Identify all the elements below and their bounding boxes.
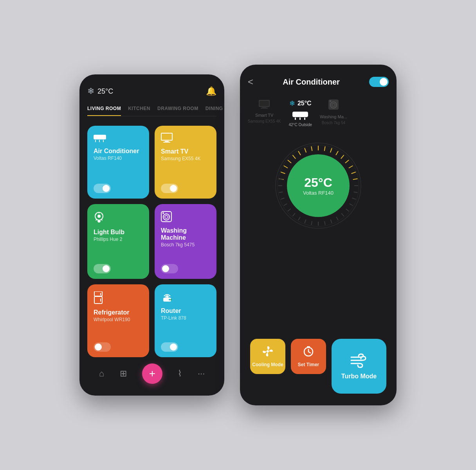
scroll-item-wash[interactable]: Washing Ma... Bosch 7kg 54 <box>320 99 347 127</box>
wash-name: Washing Machine <box>161 227 210 241</box>
header-toggle-knob <box>380 78 388 86</box>
svg-line-62 <box>350 204 353 206</box>
svg-line-44 <box>284 166 288 168</box>
fridge-toggle[interactable] <box>94 342 111 352</box>
weather-row: ❄ 25°C 🔔 <box>87 86 216 96</box>
svg-rect-0 <box>94 135 106 139</box>
svg-line-72 <box>292 213 295 216</box>
back-button[interactable]: < <box>248 76 253 87</box>
svg-line-71 <box>298 217 300 221</box>
tab-kitchen[interactable]: KITCHEN <box>128 106 150 116</box>
bulb-name: Light Bulb <box>94 229 143 236</box>
fridge-name: Refrigerator <box>94 309 143 316</box>
chart-icon[interactable]: ⌇ <box>178 369 182 379</box>
svg-line-53 <box>336 151 338 155</box>
cooling-mode-button[interactable]: Cooling Mode <box>250 339 285 374</box>
wash-toggle[interactable] <box>161 264 178 273</box>
device-card-fridge[interactable]: Refrigerator Whirlpool WR190 <box>87 284 149 357</box>
more-icon[interactable]: ··· <box>198 369 205 379</box>
ac-title: Air Conditioner <box>283 78 340 87</box>
scroll-item-ac[interactable]: ❄ 25°C 42°C Outside <box>289 99 312 127</box>
svg-rect-5 <box>162 134 172 140</box>
router-icon <box>161 291 210 305</box>
svg-rect-36 <box>304 118 305 120</box>
svg-point-19 <box>165 215 168 219</box>
ac-name: Air Conditioner <box>94 148 143 155</box>
svg-rect-2 <box>99 140 100 142</box>
device-scroll: Smart TV Samsung EX55 4K ❄ 25°C 42°C Out… <box>248 99 389 127</box>
tv-icon <box>161 133 210 146</box>
device-card-wash[interactable]: Washing Machine Bosch 7kg 5475 <box>155 204 216 278</box>
dial-inner: 25°C Voltas RF140 <box>287 154 350 217</box>
scroll-ac-snowflake: ❄ <box>289 99 295 108</box>
device-card-bulb[interactable]: Light Bulb Phillips Hue 2 <box>87 204 149 278</box>
grid-icon[interactable]: ⊞ <box>120 369 127 379</box>
bulb-sub: Phillips Hue 2 <box>94 237 143 242</box>
svg-line-48 <box>305 148 306 152</box>
tab-dining[interactable]: DINING <box>206 106 223 116</box>
ac-toggle[interactable] <box>94 184 111 193</box>
dial-outer[interactable]: 25°C Voltas RF140 <box>275 143 361 229</box>
svg-point-20 <box>162 212 164 214</box>
tab-living-room[interactable]: LIVING ROOM <box>87 106 121 116</box>
router-name: Router <box>161 307 210 315</box>
set-timer-button[interactable]: Set Timer <box>291 339 326 374</box>
device-card-ac[interactable]: Air Conditioner Voltas RF140 <box>87 126 149 199</box>
tabs-row: LIVING ROOM KITCHEN DRAWING ROOM DINING <box>87 106 216 116</box>
svg-line-65 <box>336 217 338 221</box>
bulb-toggle[interactable] <box>94 264 111 273</box>
svg-line-47 <box>298 151 301 155</box>
svg-line-60 <box>354 192 358 193</box>
svg-rect-30 <box>260 101 269 106</box>
ac-sub: Voltas RF140 <box>94 155 143 161</box>
timer-label: Set Timer <box>298 362 319 367</box>
fab-button[interactable]: + <box>142 363 162 384</box>
dial-container: 25°C Voltas RF140 <box>248 143 389 229</box>
svg-line-57 <box>352 172 356 174</box>
header-toggle[interactable] <box>369 77 389 87</box>
svg-line-52 <box>330 148 332 152</box>
bulb-icon <box>94 211 143 226</box>
svg-line-73 <box>288 209 291 211</box>
snowflake-icon: ❄ <box>87 86 94 96</box>
svg-point-18 <box>163 214 169 220</box>
turbo-mode-button[interactable]: Turbo Mode <box>332 339 386 394</box>
tab-drawing-room[interactable]: DRAWING ROOM <box>157 106 198 116</box>
bell-icon[interactable]: 🔔 <box>206 86 216 96</box>
svg-rect-32 <box>261 108 268 108</box>
svg-line-61 <box>352 198 355 199</box>
device-card-tv[interactable]: Smart TV Samsung EX55 4K <box>155 126 216 199</box>
scroll-ac-outside: 42°C Outside <box>289 123 312 127</box>
svg-line-55 <box>345 160 349 163</box>
svg-point-27 <box>169 299 170 300</box>
svg-line-78 <box>279 179 283 179</box>
scroll-wash-name: Washing Ma... <box>320 114 347 119</box>
svg-line-74 <box>284 204 287 206</box>
home-icon[interactable]: ⌂ <box>99 369 104 379</box>
svg-rect-11 <box>97 221 101 222</box>
wash-icon <box>161 211 210 225</box>
scroll-tv-name: Smart TV <box>255 113 273 118</box>
svg-rect-3 <box>103 140 104 142</box>
svg-rect-12 <box>98 222 100 222</box>
fridge-icon <box>94 291 143 307</box>
svg-line-82 <box>308 352 310 353</box>
svg-line-54 <box>341 155 344 159</box>
svg-line-43 <box>281 172 285 174</box>
weather-temp: 25°C <box>97 87 113 96</box>
dial-temp: 25°C <box>304 175 332 190</box>
device-card-router[interactable]: Router TP-Link 878 <box>155 284 216 357</box>
svg-line-70 <box>305 219 306 223</box>
turbo-label: Turbo Mode <box>341 373 377 380</box>
dial-model: Voltas RF140 <box>303 190 334 196</box>
scroll-item-tv[interactable]: Smart TV Samsung EX55 4K <box>248 99 281 127</box>
svg-line-45 <box>288 160 291 163</box>
svg-line-51 <box>325 146 325 151</box>
fan-icon <box>262 345 274 359</box>
tv-toggle[interactable] <box>161 184 178 193</box>
scroll-wash-sub: Bosch 7kg 54 <box>322 121 346 125</box>
router-toggle[interactable] <box>161 342 178 352</box>
svg-line-64 <box>341 213 344 216</box>
svg-line-75 <box>281 198 284 199</box>
svg-rect-7 <box>163 142 170 143</box>
